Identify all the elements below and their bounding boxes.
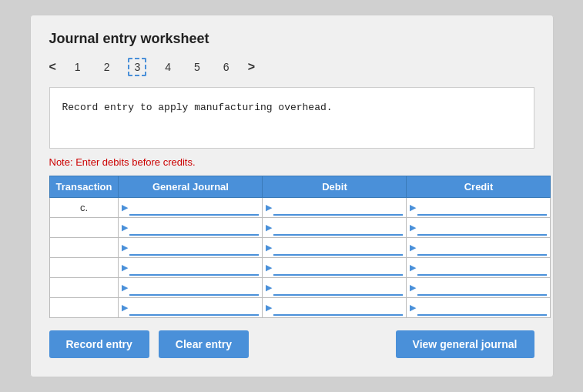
page-3-active[interactable]: 3 — [128, 58, 146, 76]
credit-cell-2[interactable]: ▶ — [407, 238, 551, 258]
page-title: Journal entry worksheet — [49, 31, 534, 47]
table-row: ▶▶▶ — [49, 218, 551, 238]
record-entry-button[interactable]: Record entry — [49, 330, 149, 358]
debit-input-3[interactable] — [273, 260, 403, 276]
credit-input-4[interactable] — [417, 280, 547, 296]
debit-cell-4[interactable]: ▶ — [263, 278, 407, 298]
journal-input-3[interactable] — [129, 260, 259, 276]
instruction-text: Record entry to apply manufacturing over… — [62, 102, 333, 113]
debit-input-1[interactable] — [273, 220, 403, 236]
debit-input-5[interactable] — [273, 300, 403, 316]
journal-cell-0[interactable]: ▶ — [119, 198, 263, 218]
credit-input-1[interactable] — [417, 220, 547, 236]
journal-cell-5[interactable]: ▶ — [119, 298, 263, 318]
credit-input-5[interactable] — [417, 300, 547, 316]
transaction-cell-3 — [49, 258, 119, 278]
transaction-cell-4 — [49, 278, 119, 298]
transaction-cell-0: c. — [49, 198, 119, 218]
header-general-journal: General Journal — [119, 176, 263, 198]
transaction-cell-2 — [49, 238, 119, 258]
table-row: c.▶▶▶ — [49, 198, 551, 218]
button-row: Record entry Clear entry View general jo… — [49, 330, 534, 358]
page-6[interactable]: 6 — [219, 59, 234, 75]
journal-cell-2[interactable]: ▶ — [119, 238, 263, 258]
table-row: ▶▶▶ — [49, 238, 551, 258]
debit-cell-5[interactable]: ▶ — [263, 298, 407, 318]
header-debit: Debit — [263, 176, 407, 198]
journal-input-5[interactable] — [129, 300, 259, 316]
debit-cell-0[interactable]: ▶ — [263, 198, 407, 218]
header-transaction: Transaction — [49, 176, 119, 198]
journal-input-0[interactable] — [129, 200, 259, 216]
debit-cell-1[interactable]: ▶ — [263, 218, 407, 238]
credit-input-0[interactable] — [417, 200, 547, 216]
page-4[interactable]: 4 — [160, 59, 176, 75]
journal-cell-3[interactable]: ▶ — [119, 258, 263, 278]
journal-table: Transaction General Journal Debit Credit… — [49, 176, 551, 318]
debit-input-0[interactable] — [273, 200, 403, 216]
instruction-box: Record entry to apply manufacturing over… — [49, 87, 534, 149]
page-2[interactable]: 2 — [99, 59, 115, 75]
journal-input-4[interactable] — [129, 280, 259, 296]
debit-cell-3[interactable]: ▶ — [263, 258, 407, 278]
table-row: ▶▶▶ — [49, 278, 551, 298]
transaction-cell-5 — [49, 298, 119, 318]
next-button[interactable]: > — [248, 60, 255, 74]
transaction-cell-1 — [49, 218, 119, 238]
debit-cell-2[interactable]: ▶ — [263, 238, 407, 258]
clear-entry-button[interactable]: Clear entry — [159, 330, 249, 358]
journal-entry-card: Journal entry worksheet < 1 2 3 4 5 6 > … — [30, 15, 554, 377]
page-1[interactable]: 1 — [70, 59, 85, 75]
note-text: Note: Enter debits before credits. — [49, 156, 534, 168]
prev-button[interactable]: < — [49, 60, 56, 74]
debit-input-4[interactable] — [273, 280, 403, 296]
credit-input-3[interactable] — [417, 260, 547, 276]
journal-cell-1[interactable]: ▶ — [119, 218, 263, 238]
credit-cell-5[interactable]: ▶ — [407, 298, 551, 318]
page-5[interactable]: 5 — [189, 59, 205, 75]
credit-input-2[interactable] — [417, 240, 547, 256]
credit-cell-1[interactable]: ▶ — [407, 218, 551, 238]
view-journal-button[interactable]: View general journal — [396, 330, 534, 358]
table-row: ▶▶▶ — [49, 298, 551, 318]
debit-input-2[interactable] — [273, 240, 403, 256]
credit-cell-3[interactable]: ▶ — [407, 258, 551, 278]
header-credit: Credit — [407, 176, 551, 198]
journal-input-1[interactable] — [129, 220, 259, 236]
credit-cell-0[interactable]: ▶ — [407, 198, 551, 218]
table-row: ▶▶▶ — [49, 258, 551, 278]
journal-input-2[interactable] — [129, 240, 259, 256]
pagination: < 1 2 3 4 5 6 > — [49, 58, 534, 76]
credit-cell-4[interactable]: ▶ — [407, 278, 551, 298]
journal-cell-4[interactable]: ▶ — [119, 278, 263, 298]
